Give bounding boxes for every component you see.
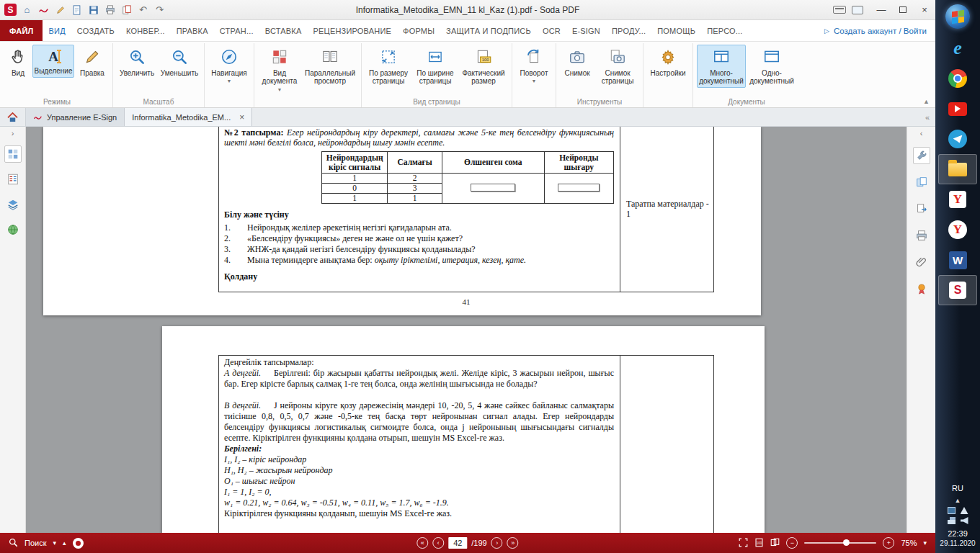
select-button[interactable]: A Выделение [32,45,74,78]
esign-swoosh-icon[interactable] [37,4,50,16]
menu-item-ocr[interactable]: OCR [537,20,566,41]
volume-icon[interactable] [961,517,968,524]
menu-item-personalize[interactable]: ПЕРСО... [701,20,748,41]
document-canvas[interactable]: №2 тапсырма: Егер нейрондардың кіру дере… [26,127,906,533]
menu-item-secure-sign[interactable]: ЗАЩИТА И ПОДПИСЬ [440,20,537,41]
fit-view-status-icon[interactable] [770,538,780,549]
tab-close-icon[interactable]: × [239,112,244,122]
taskbar-yandex-browser-button[interactable]: Y [938,215,977,245]
edit-pencil-icon[interactable] [54,4,66,16]
taskbar-yandex-button[interactable]: Y [938,184,977,215]
web-panel-button[interactable] [4,221,22,238]
notification-tray-icon[interactable] [961,507,968,514]
bookmarks-panel-button[interactable] [4,171,22,188]
zoom-in-button[interactable]: + [883,537,894,549]
actual-size-status-icon[interactable]: 100 [754,538,764,549]
display-icon[interactable] [852,6,863,14]
zoom-out-button[interactable]: − [786,537,798,549]
tab-scroll-chevron[interactable]: « [925,108,935,126]
navigation-button[interactable]: Навигация ▼ [208,45,250,86]
rotate-button[interactable]: Поворот ▼ [516,45,552,86]
print-panel-button[interactable] [913,227,930,244]
save-icon[interactable] [87,4,99,16]
form-field[interactable] [558,184,600,192]
menu-item-help[interactable]: ПОМОЩЬ [651,20,701,41]
page-input[interactable]: 42 [448,537,467,549]
account-link[interactable]: ▷Создать аккаунт / Войти [824,20,935,41]
settings-button[interactable]: Настройки [647,45,689,79]
fullscreen-icon[interactable] [739,538,748,549]
zoom-out-button[interactable]: Уменьшить [159,45,200,79]
thumbnails-panel-button[interactable] [4,145,22,163]
taskbar-youtube-button[interactable] [938,94,977,124]
network-icon[interactable] [948,517,956,524]
soda-logo-icon[interactable]: S [4,4,17,16]
taskbar-ie-button[interactable]: e [938,33,977,63]
menu-item-view[interactable]: ВИД [43,20,71,41]
collapse-right-panel-chevron[interactable]: ‹ [920,129,923,138]
zoom-slider[interactable] [804,542,876,544]
page-snapshot-button[interactable]: Снимок страницы [596,45,639,88]
zoom-slider-handle[interactable] [843,539,850,546]
edit-button[interactable]: Правка [76,45,109,79]
menu-item-esign[interactable]: E-SIGN [566,20,606,41]
start-button[interactable] [935,0,980,33]
pages-icon[interactable] [120,4,133,16]
fit-width-button[interactable]: По ширине страницы [413,45,458,88]
menu-item-convert[interactable]: КОНВЕР... [120,20,171,41]
redo-icon[interactable]: ↷ [153,4,166,16]
previous-page-button[interactable]: ‹ [432,537,444,549]
search-icon[interactable] [9,538,18,549]
first-page-button[interactable]: « [416,537,428,549]
zoom-menu-chevron[interactable]: ▾ [923,539,927,547]
home-icon[interactable]: ⌂ [21,4,33,16]
fit-page-button[interactable]: По размеру страницы [365,45,411,88]
home-tab[interactable] [0,108,26,126]
ribbon-collapse-chevron[interactable]: ▲ [923,98,930,105]
taskbar-browser-button[interactable] [938,63,977,94]
tab-esign-management[interactable]: Управление E-Sign [26,108,125,126]
export-button[interactable] [913,200,930,217]
titlebar[interactable]: S ⌂ ↶ ↷ Informatika_Metodika_EMN_11 kl_K… [0,0,935,20]
attachment-icon[interactable] [913,253,930,271]
print-icon[interactable] [104,4,116,16]
taskbar-date[interactable]: 29.11.2020 [940,539,975,547]
menu-item-forms[interactable]: ФОРМЫ [397,20,440,41]
zoom-in-button[interactable]: Увеличить [117,45,157,79]
stamp-award-icon[interactable] [913,280,930,297]
language-indicator[interactable]: RU [952,484,963,493]
display-tray-icon[interactable] [948,507,956,514]
menu-item-insert[interactable]: ВСТАВКА [259,20,308,41]
next-page-button[interactable]: › [491,537,503,549]
parallel-view-button[interactable]: Параллельный просмотр [303,45,357,88]
menu-item-edit[interactable]: ПРАВКА [171,20,214,41]
tab-document[interactable]: Informatika_Metodika_EM... × [125,108,252,126]
new-page-icon[interactable] [71,4,83,16]
maximize-button[interactable] [892,0,914,19]
assistant-badge-icon[interactable] [73,538,84,549]
taskbar-word-button[interactable]: W [938,245,977,275]
search-label[interactable]: Поиск [24,539,46,547]
tray-expand-chevron[interactable]: ▲ [955,497,961,504]
snapshot-button[interactable]: Снимок [560,45,594,79]
layers-panel-button[interactable] [4,196,22,213]
taskbar-sodapdf-button[interactable]: S [938,275,977,305]
single-document-button[interactable]: Одно-документный [747,45,796,88]
taskbar-clock[interactable]: 22:39 [948,529,968,538]
chevron-down-icon[interactable]: ▾ [53,539,56,547]
last-page-button[interactable]: » [507,537,519,549]
menu-item-file[interactable]: ФАЙЛ [0,20,43,41]
close-button[interactable]: × [914,0,935,19]
menu-item-create[interactable]: СОЗДАТЬ [71,20,120,41]
menu-item-review[interactable]: РЕЦЕНЗИРОВАНИЕ [307,20,397,41]
multi-document-button[interactable]: Много-документный [697,45,746,88]
menu-item-products[interactable]: ПРОДУ... [606,20,651,41]
touch-keyboard-icon[interactable] [833,6,846,14]
organize-pages-button[interactable] [913,174,930,191]
actual-size-button[interactable]: 100 Фактический размер [459,45,508,88]
expand-left-panel-chevron[interactable]: › [12,129,14,138]
chevron-up-icon[interactable]: ▴ [63,539,66,547]
taskbar-explorer-button[interactable] [938,154,977,184]
form-field[interactable] [471,184,515,192]
document-view-button[interactable]: Вид документа ▼ [258,45,301,94]
